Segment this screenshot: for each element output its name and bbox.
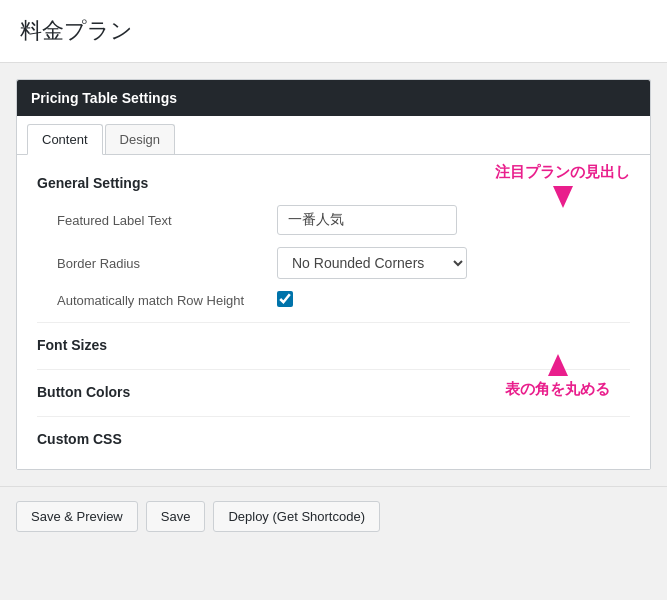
border-radius-row: Border Radius No Rounded Corners Slightl… [37, 247, 630, 279]
panel-header: Pricing Table Settings [17, 80, 650, 116]
border-radius-control: No Rounded Corners Slightly Rounded Roun… [277, 247, 630, 279]
featured-label-row: Featured Label Text [37, 205, 630, 235]
panel-body: 注目プランの見出し General Settings Featured Labe… [17, 155, 650, 469]
footer-bar: Save & Preview Save Deploy (Get Shortcod… [0, 486, 667, 546]
custom-css-title[interactable]: Custom CSS [37, 427, 630, 451]
auto-row-height-label: Automatically match Row Height [57, 293, 277, 308]
custom-css-section: Custom CSS [37, 416, 630, 451]
featured-label-text-input[interactable] [277, 205, 457, 235]
general-settings-title: General Settings [37, 175, 630, 191]
save-preview-button[interactable]: Save & Preview [16, 501, 138, 532]
tab-design[interactable]: Design [105, 124, 175, 154]
auto-row-height-control [277, 291, 630, 310]
border-radius-label: Border Radius [57, 256, 277, 271]
page-title: 料金プラン [20, 16, 647, 46]
featured-label-text-control [277, 205, 630, 235]
featured-label-text-label: Featured Label Text [57, 213, 277, 228]
auto-row-height-row: Automatically match Row Height [37, 291, 630, 310]
button-colors-section: Button Colors [37, 369, 630, 404]
button-colors-title[interactable]: Button Colors [37, 380, 630, 404]
font-sizes-title[interactable]: Font Sizes [37, 333, 630, 357]
deploy-button[interactable]: Deploy (Get Shortcode) [213, 501, 380, 532]
auto-row-height-checkbox[interactable] [277, 291, 293, 307]
tabs-bar: Content Design [17, 116, 650, 155]
font-sizes-section: Font Sizes [37, 322, 630, 357]
page-title-bar: 料金プラン [0, 0, 667, 63]
border-radius-select[interactable]: No Rounded Corners Slightly Rounded Roun… [277, 247, 467, 279]
tab-content[interactable]: Content [27, 124, 103, 155]
save-button[interactable]: Save [146, 501, 206, 532]
panel: Pricing Table Settings Content Design 注目… [16, 79, 651, 470]
